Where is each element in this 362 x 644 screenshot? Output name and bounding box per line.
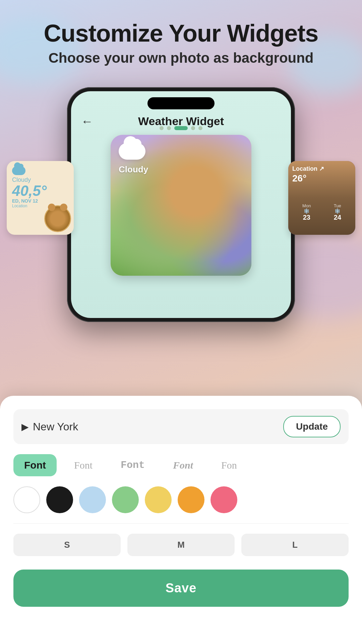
dynamic-island	[147, 97, 215, 109]
header-section: Customize Your Widgets Choose your own p…	[0, 20, 362, 66]
left-widget-date: ED, NOV 12	[12, 198, 68, 204]
color-green[interactable]	[112, 486, 139, 513]
dot-3-active	[174, 126, 188, 130]
color-orange[interactable]	[178, 486, 204, 513]
bear-ears	[45, 204, 70, 211]
location-row: ▶ New York Update	[13, 409, 349, 444]
cloud-shape	[119, 143, 145, 160]
color-selector	[13, 486, 349, 513]
left-widget-temp: 40,5°	[12, 183, 68, 198]
weather-card: Cloudy 40,5° WED, NOV 12 Location	[111, 135, 251, 276]
widget-cloud-icon	[119, 143, 145, 160]
right-widget-day-tue: Tue ❄️ 24	[334, 203, 341, 221]
location-arrow-icon: ▶	[21, 421, 29, 432]
font-option-1[interactable]: Font	[13, 454, 57, 476]
color-light-blue[interactable]	[79, 486, 106, 513]
side-widget-right: Location ↗ 26° Mon ❄️ 23 Tue ❄️ 24	[288, 161, 355, 235]
back-button[interactable]: ←	[81, 114, 93, 128]
font-option-3[interactable]: Font	[110, 454, 156, 476]
location-text: ▶ New York	[21, 421, 78, 433]
right-widget-mon-icon: ❄️	[302, 208, 311, 214]
color-white[interactable]	[13, 486, 40, 513]
right-widget-tue-temp: 24	[334, 214, 341, 221]
bear-illustration	[44, 205, 71, 232]
color-pink[interactable]	[210, 486, 237, 513]
phone-screen: ← Weather Widget Cloudy 40,5° WED, NOV 1…	[71, 91, 291, 318]
font-option-4[interactable]: Font	[162, 454, 204, 476]
left-widget-cloud-icon	[12, 166, 25, 175]
right-widget-mon-name: Mon	[302, 203, 311, 208]
color-black[interactable]	[46, 486, 73, 513]
dot-5	[198, 126, 202, 130]
color-yellow[interactable]	[145, 486, 172, 513]
page-subtitle: Choose your own photo as background	[13, 50, 349, 66]
right-widget-temp: 26°	[292, 173, 306, 184]
update-button[interactable]: Update	[283, 416, 341, 437]
city-name: New York	[33, 421, 78, 433]
right-widget-tue-icon: ❄️	[334, 208, 341, 214]
size-large[interactable]: L	[241, 534, 349, 556]
size-medium[interactable]: M	[127, 534, 235, 556]
dot-2	[167, 126, 171, 130]
bear-ear-right	[60, 204, 67, 211]
right-widget-location: Location ↗	[292, 165, 324, 172]
dot-4	[191, 126, 195, 130]
bear-ear-left	[48, 204, 55, 211]
phone-frame: ← Weather Widget Cloudy 40,5° WED, NOV 1…	[67, 87, 295, 322]
pagination-dots	[160, 126, 202, 130]
right-widget-mon-temp: 23	[302, 214, 311, 221]
right-widget-bg: Location ↗ 26° Mon ❄️ 23 Tue ❄️ 24	[288, 161, 355, 235]
right-widget-tue-name: Tue	[334, 203, 341, 208]
size-selector: S M L	[13, 534, 349, 556]
divider	[13, 523, 349, 524]
side-widget-left: Cloudy 40,5° ED, NOV 12 Location	[7, 161, 74, 235]
weather-card-bg: Cloudy 40,5° WED, NOV 12 Location	[111, 135, 251, 276]
save-button[interactable]: Save	[13, 570, 349, 607]
phone-mockup: ← Weather Widget Cloudy 40,5° WED, NOV 1…	[67, 87, 295, 322]
right-widget-day-mon: Mon ❄️ 23	[302, 203, 311, 221]
bottom-panel: ▶ New York Update Font Font Font Font Fo…	[0, 396, 362, 644]
font-option-5[interactable]: Fon	[210, 454, 248, 476]
right-widget-days: Mon ❄️ 23 Tue ❄️ 24	[288, 203, 355, 221]
dot-1	[160, 126, 164, 130]
font-selector-row: Font Font Font Font Fon	[13, 454, 349, 476]
size-small[interactable]: S	[13, 534, 121, 556]
widget-condition: Cloudy	[119, 164, 148, 175]
page-title: Customize Your Widgets	[13, 20, 349, 47]
font-option-2[interactable]: Font	[63, 454, 103, 476]
